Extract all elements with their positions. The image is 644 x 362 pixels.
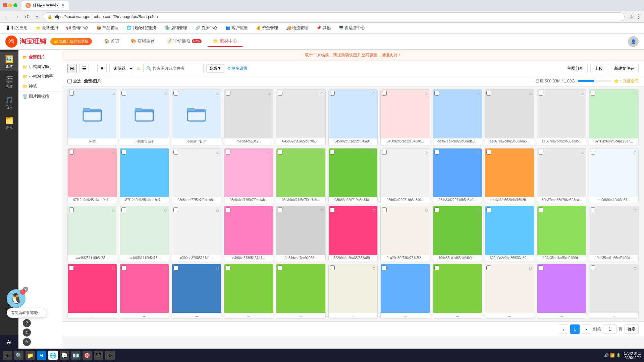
item-checkbox[interactable] <box>226 265 230 270</box>
star-icon[interactable]: ✩ <box>529 150 533 155</box>
image-item[interactable]: ✩0e84dcae7ec92063... <box>276 206 326 261</box>
search-input[interactable] <box>153 66 200 71</box>
view-detail-button[interactable]: ≡ <box>97 64 107 73</box>
image-item[interactable]: ✩03c84bbf77f5e7f0df1ab... <box>276 148 326 203</box>
tab-close-btn[interactable]: ✕ <box>61 3 65 8</box>
upgrade-button[interactable]: 👑 免费升级到智慧版 <box>50 38 92 45</box>
item-checkbox[interactable] <box>539 91 543 96</box>
star-icon[interactable]: ✩ <box>163 150 167 155</box>
item-checkbox[interactable] <box>539 150 543 155</box>
item-checkbox[interactable] <box>434 150 439 155</box>
item-checkbox[interactable] <box>539 207 543 212</box>
sidebar-item-music[interactable]: 🎵 音乐 <box>0 93 18 112</box>
image-item[interactable]: ✩03c84bbf77f5e7f0df1ab... <box>172 148 221 203</box>
item-checkbox[interactable] <box>173 150 178 155</box>
page-1-btn[interactable]: 1 <box>570 324 580 334</box>
star-icon[interactable]: ✩ <box>372 265 376 271</box>
nav-item-self[interactable]: 🖥️ 自运营中心 <box>337 24 366 32</box>
item-checkbox[interactable] <box>434 265 439 270</box>
star-icon[interactable]: ✩ <box>268 91 272 96</box>
item-checkbox[interactable] <box>173 207 178 212</box>
star-icon[interactable]: ✩ <box>476 207 480 213</box>
image-item[interactable]: ✩98fb83d229719b5e340... <box>328 148 378 203</box>
star-icon[interactable]: ✩ <box>633 91 637 96</box>
item-checkbox[interactable] <box>382 207 387 212</box>
left-panel-all-images[interactable]: 📂 全部图片 <box>18 52 62 62</box>
select-all-label[interactable]: 全选 <box>67 78 81 84</box>
image-item[interactable]: ✩... <box>224 264 274 319</box>
item-checkbox[interactable] <box>382 150 387 155</box>
image-item[interactable]: ✩d116a3fb6620dbf1602b... <box>485 148 534 203</box>
item-checkbox[interactable] <box>69 91 74 96</box>
item-checkbox[interactable] <box>278 150 282 155</box>
star-icon[interactable]: ✩ <box>111 150 115 155</box>
star-icon[interactable]: ✩ <box>111 265 115 271</box>
image-item[interactable]: ✩9ca29430f736e731f3f2... <box>380 206 430 261</box>
star-icon[interactable]: ✩ <box>424 150 428 155</box>
image-item[interactable]: ✩... <box>380 264 430 319</box>
image-item[interactable]: ✩75eda4c519a2... <box>224 89 274 145</box>
image-item[interactable]: ✩645802d5f1d22c070a8... <box>328 89 378 145</box>
tab-material[interactable]: 📁 素材中心 <box>208 36 243 47</box>
star-icon[interactable]: ✩ <box>476 91 480 96</box>
sidebar-item-image[interactable]: 🖼️ 图片 <box>0 52 18 71</box>
star-icon[interactable]: ✩ <box>268 150 272 155</box>
item-checkbox[interactable] <box>121 265 126 270</box>
item-checkbox[interactable] <box>173 91 178 96</box>
image-item[interactable]: ✩... <box>67 264 117 319</box>
star-icon[interactable]: ✩ <box>111 91 115 96</box>
image-item[interactable]: ✩ae367ea7cd029b60ada5... <box>433 89 482 145</box>
item-checkbox[interactable] <box>330 265 335 270</box>
image-item[interactable]: ✩... <box>172 264 221 319</box>
star-icon[interactable]: ✩ <box>320 150 324 155</box>
settings-icon[interactable]: ⋮ <box>636 13 641 20</box>
taskbar-app5[interactable]: ⚙ <box>105 351 115 360</box>
forward-button[interactable]: → <box>13 13 21 21</box>
item-checkbox[interactable] <box>121 150 126 155</box>
view-list-button[interactable]: ☰ <box>79 64 89 73</box>
nav-item-foreign[interactable]: 🌐 我的外贸服务 <box>125 24 158 32</box>
sort-select[interactable]: 未筛选 <box>109 64 134 73</box>
star-icon[interactable]: ✩ <box>581 207 585 213</box>
item-checkbox[interactable] <box>486 265 491 270</box>
image-item[interactable]: ✩622b9e2e2ba35f533a89... <box>328 206 378 261</box>
item-checkbox[interactable] <box>278 91 282 96</box>
image-item[interactable]: ✩... <box>485 264 534 319</box>
search-box[interactable]: 🔍 <box>143 64 204 73</box>
image-item[interactable]: ✩98fb83d229719b5e340... <box>433 148 482 203</box>
star-icon[interactable]: ✩ <box>216 150 220 155</box>
item-checkbox[interactable] <box>121 207 126 212</box>
image-item[interactable]: ✩87f12b9e92f5c4a119e7... <box>120 148 169 203</box>
star-icon[interactable]: ✩ <box>633 207 637 213</box>
star-icon[interactable]: ✩ <box>111 207 115 213</box>
image-item[interactable]: ✩... <box>276 264 326 319</box>
star-icon[interactable]: ✩ <box>633 150 637 155</box>
star-icon[interactable]: ✩ <box>424 265 428 271</box>
item-checkbox[interactable] <box>434 91 439 96</box>
folder-item[interactable]: ✩神笔 <box>67 89 117 145</box>
item-checkbox[interactable] <box>486 207 491 212</box>
item-checkbox[interactable] <box>226 91 230 96</box>
star-icon[interactable]: ✩ <box>163 265 167 271</box>
upload-btn[interactable]: 上传 <box>590 64 607 73</box>
nav-item-store[interactable]: 🏪 店铺管理 <box>164 24 189 32</box>
star-icon[interactable]: ✩ <box>163 91 167 96</box>
item-checkbox[interactable] <box>330 91 335 96</box>
star-icon[interactable]: ✩ <box>216 91 220 96</box>
image-item[interactable]: ✩e390be87805167d1... <box>224 206 274 261</box>
chat-bubble[interactable]: 有问题就来问我~ <box>7 308 47 318</box>
item-checkbox[interactable] <box>173 265 178 270</box>
taskbar-chrome[interactable]: 🌐 <box>48 351 58 360</box>
item-checkbox[interactable] <box>278 207 282 212</box>
chat-help-btn[interactable]: ? <box>23 319 31 327</box>
item-checkbox[interactable] <box>486 91 491 96</box>
item-checkbox[interactable] <box>69 265 74 270</box>
star-icon[interactable]: ✩ <box>529 265 533 271</box>
star-icon[interactable]: ✩ <box>424 207 428 213</box>
page-confirm-btn[interactable]: 确定 <box>625 324 639 334</box>
next-page-btn[interactable]: › <box>582 324 591 334</box>
star-icon[interactable]: ✩ <box>320 207 324 213</box>
star-icon[interactable]: ✩ <box>216 207 220 213</box>
item-checkbox[interactable] <box>330 150 335 155</box>
chat-edit-btn[interactable]: ✎ <box>23 338 31 346</box>
